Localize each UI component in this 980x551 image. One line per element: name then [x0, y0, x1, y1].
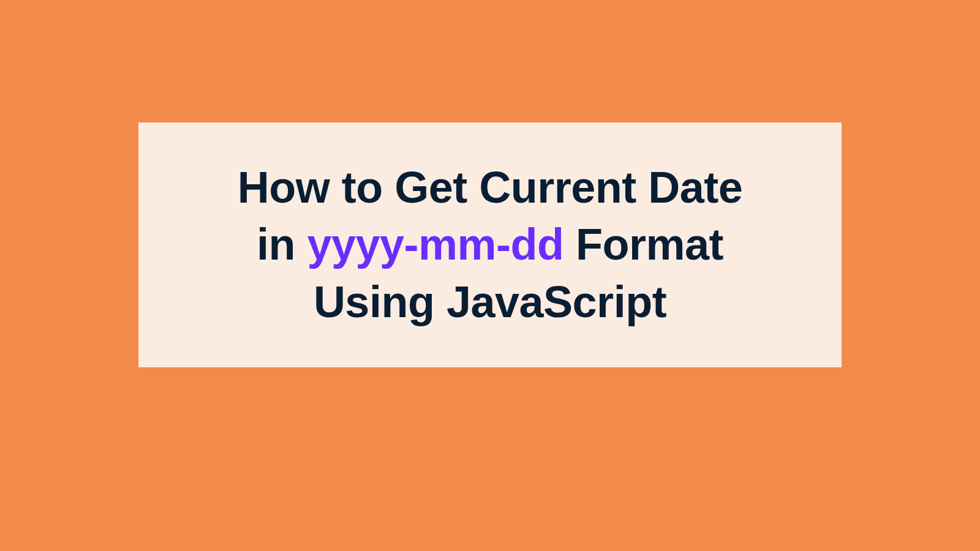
title-highlight: yyyy-mm-dd [307, 220, 564, 269]
title-line-2-prefix: in [257, 220, 307, 269]
title-line-2-suffix: Format [564, 220, 724, 269]
title-card: How to Get Current Date in yyyy-mm-dd Fo… [138, 122, 842, 367]
title-line-1: How to Get Current Date [238, 163, 743, 212]
title-line-3: Using JavaScript [314, 277, 666, 326]
article-title: How to Get Current Date in yyyy-mm-dd Fo… [238, 159, 743, 331]
